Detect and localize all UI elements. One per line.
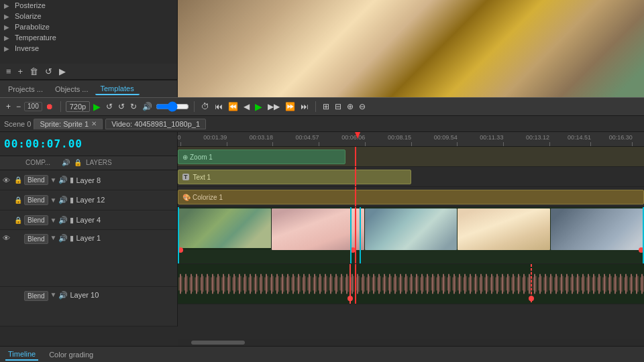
zoom-clip[interactable]: ⊕ Zoom 1 <box>178 149 345 164</box>
playhead-colorize <box>355 187 356 206</box>
close-icon[interactable]: ✕ <box>91 120 97 127</box>
volume-button[interactable]: 🔊 <box>140 101 154 112</box>
chevron-layer1[interactable]: ▼ <box>50 234 57 241</box>
effect-label: Temperature <box>15 34 56 42</box>
video-thumbs-container <box>178 208 643 250</box>
colorize-track[interactable]: 🎨 Colorize 1 <box>178 187 644 207</box>
effect-parabolize[interactable]: ▶ Parabolize <box>0 21 177 32</box>
play-button[interactable]: ▶ <box>91 101 103 113</box>
eye-icon-layer1[interactable]: 👁 <box>3 234 12 242</box>
effect-solarize[interactable]: ▶ Solarize <box>0 11 177 21</box>
add-button[interactable]: + <box>16 66 25 77</box>
teal-marker-mid2 <box>360 207 361 263</box>
blend-layer4[interactable]: Blend <box>24 215 48 225</box>
layer10-name: Layer 10 <box>70 291 174 299</box>
duration-button[interactable]: 100 <box>24 102 42 111</box>
panel-toolbar: ≡ + 🗑 ↺ ▶ <box>0 64 177 80</box>
scene-tab-sprite[interactable]: Sprite: Sprite 1 ✕ <box>34 119 103 129</box>
grid2-button[interactable]: ⊟ <box>333 101 343 112</box>
track-icon-layer1[interactable]: ▮ <box>70 234 74 243</box>
audio-icon-layer8[interactable]: 🔊 <box>58 176 68 184</box>
scene-tab-row: Scene 0 Sprite: Sprite 1 ✕ Video: 404589… <box>0 116 644 132</box>
expand-button[interactable]: ▶ <box>57 66 68 77</box>
tab-objects[interactable]: Objects ... <box>50 84 94 95</box>
lock-icon-layer4[interactable]: 🔒 <box>14 217 22 224</box>
zoom-track[interactable]: ⊕ Zoom 1 <box>178 147 644 167</box>
record-button[interactable]: ⏺ <box>44 101 56 112</box>
colorize-clip-label: Colorize 1 <box>193 194 223 201</box>
scroll-thumb[interactable] <box>191 341 245 345</box>
track-icon-layer8[interactable]: ▮ <box>70 176 74 184</box>
horizontal-scrollbar[interactable] <box>178 339 644 346</box>
colorize-clip[interactable]: 🎨 Colorize 1 <box>178 190 644 204</box>
audio-icon-layer4[interactable]: 🔊 <box>58 216 68 225</box>
audio-waveform <box>178 264 644 304</box>
layer12-name: Layer 12 <box>76 196 174 204</box>
audio-icon-layer10[interactable]: 🔊 <box>58 291 68 300</box>
blend-layer1[interactable]: Blend <box>24 234 48 244</box>
bottom-tab-bar: Timeline Color grading <box>0 346 644 362</box>
ruler-mark-6: 00:09.54 <box>457 142 458 146</box>
chevron-layer8[interactable]: ▼ <box>50 176 57 184</box>
list-view-button[interactable]: ≡ <box>4 66 13 77</box>
audio-icon-layer12[interactable]: 🔊 <box>58 196 68 204</box>
left-panel: ▶ Posterize ▶ Solarize ▶ Parabolize ▶ Te… <box>0 0 178 97</box>
lock-icon-layer12[interactable]: 🔒 <box>14 196 22 204</box>
scene-tab-video[interactable]: Video: 40458981_1080p_1 <box>105 119 206 129</box>
blend-layer12[interactable]: Blend <box>24 195 48 205</box>
tab-timeline[interactable]: Timeline <box>5 349 38 361</box>
chevron-layer10[interactable]: ▼ <box>50 291 57 298</box>
grid-group: ⊞ ⊟ ⊕ ⊖ <box>321 101 368 112</box>
undo-button[interactable]: ↺ <box>116 101 127 112</box>
track-column-headers: COMP... 🔊 🔒 LAYERS <box>0 156 177 171</box>
track-icon-layer12[interactable]: ▮ <box>70 196 74 204</box>
expand-icon: ▶ <box>4 34 12 42</box>
go-start-button[interactable]: ⏮ <box>213 101 225 112</box>
lock-icon-layer8[interactable]: 🔒 <box>14 176 22 184</box>
zoom-out-button[interactable]: ⊖ <box>357 101 368 112</box>
chevron-layer4[interactable]: ▼ <box>50 217 57 224</box>
chevron-layer12[interactable]: ▼ <box>50 196 57 204</box>
track-row-layer12: 👁 🔒 Blend ▼ 🔊 ▮ Layer 12 <box>0 190 177 210</box>
go-end-button[interactable]: ⏭ <box>299 101 311 112</box>
volume-slider[interactable] <box>156 102 189 111</box>
timeline-tracks: 00:00 00:01.39 00:03.18 00:04.57 00:06.0… <box>178 132 644 326</box>
frame-fwd-button[interactable]: ▶▶ <box>266 101 282 112</box>
audio-icon-layer1[interactable]: 🔊 <box>58 234 68 243</box>
resolution-button[interactable]: 720p <box>66 101 90 112</box>
eye-icon-layer8[interactable]: 👁 <box>3 176 12 184</box>
effect-posterize[interactable]: ▶ Posterize <box>0 0 177 11</box>
text-track[interactable]: T Text 1 <box>178 167 644 187</box>
clock-button[interactable]: ⏱ <box>199 101 211 112</box>
tab-templates[interactable]: Templates <box>95 83 140 95</box>
video-track[interactable] <box>178 207 644 264</box>
redo-button[interactable]: ↻ <box>128 101 139 112</box>
track-icon-layer4[interactable]: ▮ <box>70 216 74 225</box>
text-clip[interactable]: T Text 1 <box>178 170 411 184</box>
effect-inverse[interactable]: ▶ Inverse <box>0 43 177 54</box>
playback-group: 720p ▶ ↺ ↺ ↻ 🔊 <box>66 101 189 113</box>
remove-track-button[interactable]: − <box>14 101 23 112</box>
play-pause-button[interactable]: ▶ <box>253 101 264 113</box>
loop-button[interactable]: ↺ <box>104 101 115 112</box>
grid-button[interactable]: ⊞ <box>321 101 331 112</box>
refresh-button[interactable]: ↺ <box>43 66 54 77</box>
frame-back-button[interactable]: ◀ <box>241 101 252 112</box>
layers-col-label: LAYERS <box>86 159 174 166</box>
blend-layer10[interactable]: Blend <box>24 291 48 301</box>
effect-temperature[interactable]: ▶ Temperature <box>0 32 177 43</box>
zoom-in-button[interactable]: ⊕ <box>345 101 356 112</box>
track-row-layer10: 👁 🔒 Blend ▼ 🔊 Layer 10 <box>0 287 177 326</box>
audio-track[interactable] <box>178 264 644 304</box>
text-clip-icon: T <box>182 174 189 180</box>
delete-button[interactable]: 🗑 <box>28 66 40 77</box>
svg-point-7 <box>347 296 353 301</box>
add-track-button[interactable]: + <box>4 101 13 112</box>
tab-projects[interactable]: Projects ... <box>3 84 48 95</box>
step-back-button[interactable]: ⏪ <box>226 101 240 112</box>
step-fwd-button[interactable]: ⏩ <box>283 101 297 112</box>
tab-color-grading[interactable]: Color grading <box>46 349 96 360</box>
ruler-mark-9: 00:14.51 <box>590 142 591 146</box>
blend-layer8[interactable]: Blend <box>24 175 48 185</box>
icon2-col: 🔒 <box>74 159 83 166</box>
